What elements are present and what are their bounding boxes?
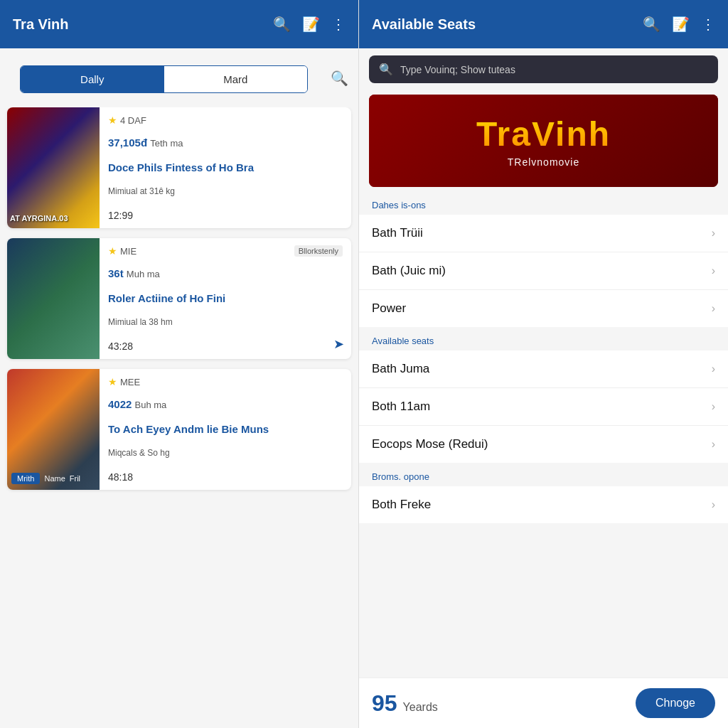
rating-text: MEE bbox=[120, 377, 140, 387]
right-panel: Available Seats 🔍 📝 ⋮ 🔍 Type Vouinq; Sho… bbox=[359, 0, 728, 728]
movie-top: ★ 4 DAF bbox=[108, 114, 343, 126]
chevron-icon: › bbox=[712, 400, 715, 413]
rating-text: 4 DAF bbox=[120, 115, 146, 126]
star-rating: ★ MEE bbox=[108, 376, 140, 387]
bottom-count: 95 Yeards bbox=[372, 690, 438, 717]
brand-sub: TRelvnomovie bbox=[508, 156, 579, 168]
movie-top: ★ MIE Bllorkstenly bbox=[108, 245, 343, 257]
star-icon: ★ bbox=[108, 245, 117, 257]
movie-subtitle: Mimiual at 31ê kg bbox=[108, 186, 343, 196]
search-bar[interactable]: 🔍 Type Vouinq; Show tuteas bbox=[369, 55, 718, 83]
chevron-icon: › bbox=[712, 227, 715, 240]
more-icon[interactable]: ⋮ bbox=[331, 16, 346, 33]
movie-time: 12:99 bbox=[108, 210, 343, 221]
poster-text: AT AYRGINA.03 bbox=[10, 214, 68, 223]
list-item[interactable]: Power › bbox=[359, 290, 728, 327]
left-header-icons: 🔍 📝 ⋮ bbox=[273, 16, 346, 33]
movie-info: ★ 4 DAF 37,105đ Teth ma Doce Phils Finte… bbox=[100, 107, 351, 228]
movie-top: ★ MEE bbox=[108, 376, 343, 387]
list-section-3: Both Freke › bbox=[359, 486, 728, 523]
movie-subtitle: Miqcals & So hg bbox=[108, 448, 343, 458]
tab-bar: Dally Mard bbox=[20, 65, 308, 93]
section-label-1: Dahes is-ons bbox=[359, 191, 728, 215]
movie-info: ★ MIE Bllorkstenly 36t Muh ma Roler Acti… bbox=[100, 238, 351, 359]
list-item-text: Power bbox=[372, 301, 406, 316]
zoom-icon[interactable]: 🔍 bbox=[331, 70, 348, 87]
chevron-icon: › bbox=[712, 438, 715, 451]
list-sections: Dahes is-ons Bath Trüii › Bath (Juic mi)… bbox=[359, 191, 728, 678]
movie-card[interactable]: ★ MIE Bllorkstenly 36t Muh ma Roler Acti… bbox=[7, 238, 351, 359]
star-rating: ★ MIE bbox=[108, 245, 136, 257]
left-title: Tra Vinh bbox=[13, 16, 69, 33]
movie-subtitle: Mimiual la 38 hm bbox=[108, 317, 343, 327]
list-item-text: Bath Trüii bbox=[372, 226, 423, 240]
search-icon[interactable]: 🔍 bbox=[273, 16, 291, 33]
movie-poster bbox=[7, 369, 100, 490]
movie-card[interactable]: AT AYRGINA.03 ★ 4 DAF 37,105đ Teth ma Do… bbox=[7, 107, 351, 228]
movie-title: Doce Phils Fintess of Ho Bra bbox=[108, 161, 343, 175]
list-item-text: Both 11am bbox=[372, 400, 430, 414]
tag-fall: Fril bbox=[70, 474, 80, 483]
list-item[interactable]: Bath Juma › bbox=[359, 350, 728, 388]
edit-icon[interactable]: 📝 bbox=[302, 16, 320, 33]
action-icon[interactable]: ➤ bbox=[333, 336, 344, 352]
movie-title: To Ach Eyey Andm lie Bie Muns bbox=[108, 422, 343, 437]
movie-price: 37,105đ Teth ma bbox=[108, 136, 343, 149]
tag-mrith[interactable]: Mrith bbox=[11, 473, 40, 484]
right-header-icons: 🔍 📝 ⋮ bbox=[643, 16, 715, 33]
section-label-3: Broms. opone bbox=[359, 463, 728, 486]
star-rating: ★ 4 DAF bbox=[108, 114, 146, 126]
right-header: Available Seats 🔍 📝 ⋮ bbox=[359, 0, 728, 48]
chevron-icon: › bbox=[712, 363, 715, 375]
tab-row: Dally Mard 🔍 bbox=[0, 48, 358, 107]
more-icon[interactable]: ⋮ bbox=[701, 16, 715, 33]
movie-price: 4022 Buh ma bbox=[108, 398, 343, 410]
movie-price: 36t Muh ma bbox=[108, 267, 343, 279]
search-icon[interactable]: 🔍 bbox=[643, 16, 660, 33]
list-item[interactable]: Eocops Mose (Redui) › bbox=[359, 426, 728, 463]
movie-card[interactable]: Mrith Name Fril ★ MEE 4022 Buh ma To Ach… bbox=[7, 369, 351, 490]
brand-banner: TraVinh TRelvnomovie bbox=[369, 95, 718, 187]
movie-title: Roler Actiine of Ho Fini bbox=[108, 291, 343, 306]
movie-time: 48:18 bbox=[108, 471, 343, 483]
movie-poster bbox=[7, 238, 100, 359]
movie-poster: AT AYRGINA.03 bbox=[7, 107, 100, 228]
star-icon: ★ bbox=[108, 376, 117, 387]
star-icon: ★ bbox=[108, 114, 117, 126]
list-item[interactable]: Bath Trüii › bbox=[359, 215, 728, 252]
movie-list: AT AYRGINA.03 ★ 4 DAF 37,105đ Teth ma Do… bbox=[0, 107, 358, 728]
rating-text: MIE bbox=[120, 246, 136, 257]
left-panel: Tra Vinh 🔍 📝 ⋮ Dally Mard 🔍 AT AYRGINA.0… bbox=[0, 0, 359, 728]
search-bar-icon: 🔍 bbox=[379, 63, 393, 76]
search-placeholder: Type Vouinq; Show tuteas bbox=[400, 64, 515, 75]
movie-time: 43:28 bbox=[108, 341, 343, 352]
section-label-2: Available seats bbox=[359, 327, 728, 350]
chevron-icon: › bbox=[712, 302, 715, 315]
list-item[interactable]: Both 11am › bbox=[359, 388, 728, 426]
tab-mard[interactable]: Mard bbox=[164, 66, 308, 92]
edit-icon[interactable]: 📝 bbox=[672, 16, 690, 33]
count-label: Yeards bbox=[403, 701, 438, 714]
change-button[interactable]: Chnoge bbox=[636, 688, 715, 718]
list-section-1: Bath Trüii › Bath (Juic mi) › Power › bbox=[359, 215, 728, 327]
list-item[interactable]: Both Freke › bbox=[359, 486, 728, 523]
right-title: Available Seats bbox=[372, 16, 476, 33]
movie-info: ★ MEE 4022 Buh ma To Ach Eyey Andm lie B… bbox=[100, 369, 351, 490]
list-item-text: Eocops Mose (Redui) bbox=[372, 437, 488, 451]
tab-dally[interactable]: Dally bbox=[21, 66, 164, 92]
list-item-text: Bath (Juic mi) bbox=[372, 264, 446, 278]
count-number: 95 bbox=[372, 690, 397, 717]
list-item-text: Bath Juma bbox=[372, 362, 429, 376]
chevron-icon: › bbox=[712, 264, 715, 277]
blockbuster-badge: Bllorkstenly bbox=[294, 245, 343, 257]
chevron-icon: › bbox=[712, 498, 715, 511]
left-header: Tra Vinh 🔍 📝 ⋮ bbox=[0, 0, 358, 48]
list-item-text: Both Freke bbox=[372, 498, 431, 512]
list-item[interactable]: Bath (Juic mi) › bbox=[359, 252, 728, 290]
bottom-bar: 95 Yeards Chnoge bbox=[359, 678, 728, 728]
brand-logo: TraVinh bbox=[476, 114, 611, 154]
list-section-2: Bath Juma › Both 11am › Eocops Mose (Red… bbox=[359, 350, 728, 463]
tag-name: Name bbox=[44, 474, 65, 483]
